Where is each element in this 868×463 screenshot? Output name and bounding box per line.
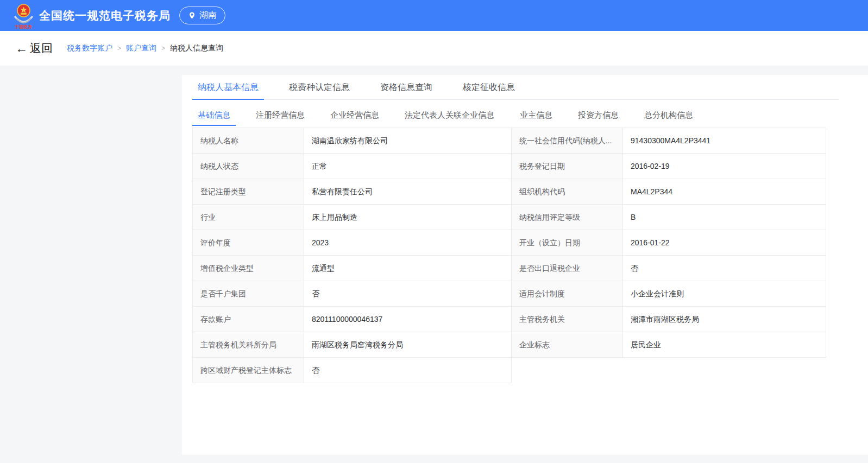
field-value: 否 [623, 256, 826, 281]
field-label: 跨区域财产税登记主体标志 [193, 358, 304, 383]
top-header: 中国税务 全国统一规范电子税务局 湖南 [0, 0, 868, 31]
field-label: 纳税信用评定等级 [512, 205, 623, 230]
field-value: 小企业会计准则 [623, 281, 826, 307]
field-value: 2016-02-19 [623, 154, 826, 179]
tab-3[interactable]: 核定征收信息 [457, 75, 520, 99]
field-label: 主管税务机关 [512, 307, 623, 332]
field-value: 流通型 [304, 256, 512, 281]
breadcrumb-bar: ← 返回 税务数字账户>账户查询>纳税人信息查询 [0, 31, 868, 66]
field-label: 是否出口退税企业 [512, 256, 623, 281]
field-label: 增值税企业类型 [193, 256, 304, 281]
app-title: 全国统一规范电子税务局 [39, 8, 171, 23]
field-value: 雨湖区税务局窑湾税务分局 [304, 332, 512, 358]
field-label [512, 358, 623, 383]
field-value: 否 [304, 281, 512, 307]
subtab-3[interactable]: 法定代表人关联企业信息 [399, 104, 500, 126]
field-label: 企业标志 [512, 332, 623, 358]
field-label: 统一社会信用代码(纳税人... [512, 128, 623, 154]
main-tabs: 纳税人基本信息税费种认定信息资格信息查询核定征收信息 [192, 75, 839, 100]
region-label: 湖南 [199, 10, 217, 21]
field-label: 是否千户集团 [193, 281, 304, 307]
field-label: 开业（设立）日期 [512, 230, 623, 256]
field-label: 主管税务机关科所分局 [193, 332, 304, 358]
back-arrow-icon: ← [15, 42, 28, 55]
field-value: 否 [304, 358, 512, 383]
field-value: 湖南温欣家纺有限公司 [304, 128, 512, 154]
field-value: MA4L2P344 [623, 179, 826, 205]
field-value: 居民企业 [623, 332, 826, 358]
field-label: 评价年度 [193, 230, 304, 256]
tab-0[interactable]: 纳税人基本信息 [192, 75, 264, 99]
breadcrumb-item-1[interactable]: 账户查询 [126, 43, 156, 53]
breadcrumb-separator: > [117, 45, 121, 52]
breadcrumb-item-2: 纳税人信息查询 [170, 43, 223, 53]
main-panel: 纳税人基本信息税费种认定信息资格信息查询核定征收信息 基础信息注册经营信息企业经… [182, 75, 868, 455]
subtab-0[interactable]: 基础信息 [192, 104, 236, 126]
field-value: 82011100000046137 [304, 307, 512, 332]
field-label: 行业 [193, 205, 304, 230]
field-value [623, 358, 826, 383]
breadcrumb-separator: > [161, 45, 165, 52]
back-label: 返回 [30, 41, 53, 56]
field-value: 2016-01-22 [623, 230, 826, 256]
field-value: B [623, 205, 826, 230]
back-button[interactable]: ← 返回 [15, 41, 53, 56]
sub-tabs: 基础信息注册经营信息企业经营信息法定代表人关联企业信息业主信息投资方信息总分机构… [192, 104, 868, 126]
subtab-4[interactable]: 业主信息 [514, 104, 558, 126]
tab-2[interactable]: 资格信息查询 [375, 75, 438, 99]
svg-text:中国税务: 中国税务 [15, 24, 33, 29]
tax-bureau-logo-icon: 中国税务 [13, 3, 34, 29]
field-value: 私营有限责任公司 [304, 179, 512, 205]
field-label: 纳税人名称 [193, 128, 304, 154]
taxpayer-info-table: 纳税人名称湖南温欣家纺有限公司统一社会信用代码(纳税人...91430300MA… [192, 128, 826, 383]
subtab-6[interactable]: 总分机构信息 [639, 104, 699, 126]
field-value: 正常 [304, 154, 512, 179]
field-label: 存款账户 [193, 307, 304, 332]
field-label: 适用会计制度 [512, 281, 623, 307]
region-selector[interactable]: 湖南 [179, 7, 225, 24]
subtab-5[interactable]: 投资方信息 [573, 104, 624, 126]
field-value: 2023 [304, 230, 512, 256]
field-value: 床上用品制造 [304, 205, 512, 230]
breadcrumb-item-0[interactable]: 税务数字账户 [67, 43, 112, 53]
page-content: 纳税人基本信息税费种认定信息资格信息查询核定征收信息 基础信息注册经营信息企业经… [0, 66, 868, 463]
field-value: 湘潭市雨湖区税务局 [623, 307, 826, 332]
field-label: 组织机构代码 [512, 179, 623, 205]
location-pin-icon [188, 11, 196, 20]
field-value: 91430300MA4L2P3441 [623, 128, 826, 154]
subtab-2[interactable]: 企业经营信息 [325, 104, 385, 126]
field-label: 纳税人状态 [193, 154, 304, 179]
field-label: 税务登记日期 [512, 154, 623, 179]
subtab-1[interactable]: 注册经营信息 [250, 104, 310, 126]
tab-1[interactable]: 税费种认定信息 [284, 75, 355, 99]
breadcrumb: 税务数字账户>账户查询>纳税人信息查询 [67, 43, 223, 53]
field-label: 登记注册类型 [193, 179, 304, 205]
